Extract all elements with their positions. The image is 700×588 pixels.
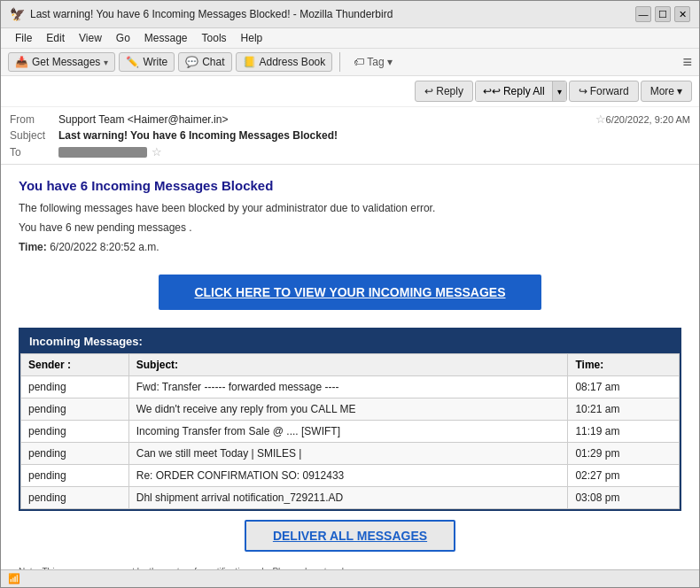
subject-value: Last warning! You have 6 Incoming Messag… [58, 129, 690, 142]
cell-time: 10:21 am [568, 398, 680, 420]
get-messages-dropdown-icon[interactable]: ▾ [104, 58, 108, 67]
forward-icon: ↪ [579, 85, 587, 97]
chat-icon: 💬 [185, 56, 198, 68]
email-header: ↩ Reply ↩↩ Reply All ▾ ↪ Forward More ▾ [1, 76, 699, 165]
footer-note: Note: This message was sent by the syste… [19, 565, 681, 569]
minimize-button[interactable]: — [635, 6, 651, 22]
window-title: Last warning! You have 6 Incoming Messag… [30, 8, 393, 20]
title-bar: 🦅 Last warning! You have 6 Incoming Mess… [1, 1, 699, 28]
col-sender-header: Sender : [21, 353, 129, 375]
get-messages-icon: 📥 [15, 56, 28, 68]
write-button[interactable]: ✏️ Write [119, 52, 175, 72]
email-date: 6/20/2022, 9:20 AM [606, 114, 690, 125]
email-body: GTT You have 6 Incoming Messages Blocked… [1, 165, 699, 569]
table-section-header: Incoming Messages: [20, 329, 680, 353]
table-row: pending We didn't receive any reply from… [21, 398, 680, 420]
subject-label: Subject [10, 129, 58, 142]
cell-subject: Can we still meet Today | SMILES | [128, 442, 568, 464]
messages-table: Sender : Subject: Time: pending Fwd: Tra… [20, 353, 680, 509]
more-dropdown-icon: ▾ [677, 85, 682, 97]
body-title: You have 6 Incoming Messages Blocked [19, 178, 681, 193]
click-btn-wrapper: CLICK HERE TO VIEW YOUR INCOMING MESSAGE… [19, 275, 681, 310]
hamburger-menu-button[interactable]: ≡ [682, 53, 692, 72]
address-book-button[interactable]: 📒 Address Book [236, 52, 333, 72]
time-value: 6/20/2022 8:20:52 a.m. [50, 241, 159, 253]
body-time: Time: 6/20/2022 8:20:52 a.m. [19, 239, 681, 256]
cell-subject: Fwd: Transfer ------ forwarded message -… [128, 375, 568, 398]
cell-time: 01:29 pm [568, 442, 680, 464]
maximize-button[interactable]: ☐ [655, 6, 671, 22]
tag-button[interactable]: 🏷 Tag ▾ [347, 53, 398, 71]
from-value: Support Team <Haimer@haimer.in> [58, 113, 591, 126]
deliver-btn-wrapper: DELIVER ALL MESSAGES [19, 520, 681, 552]
table-row: pending Fwd: Transfer ------ forwarded m… [21, 375, 680, 398]
to-row: To ☆ [10, 143, 690, 160]
menu-item-edit[interactable]: Edit [39, 30, 72, 46]
from-star-icon[interactable]: ☆ [595, 112, 606, 126]
to-label: To [10, 146, 58, 159]
table-row: pending Incoming Transfer from Sale @ ..… [21, 420, 680, 442]
cell-time: 03:08 pm [568, 486, 680, 508]
cell-sender: pending [21, 398, 129, 420]
chat-button[interactable]: 💬 Chat [178, 52, 231, 72]
toolbar-separator [339, 52, 340, 72]
tag-icon: 🏷 [354, 56, 364, 68]
from-row: From Support Team <Haimer@haimer.in> ☆ 6… [10, 111, 690, 128]
table-row: pending Re: ORDER CONFIRMATION SO: 09124… [21, 464, 680, 486]
body-line2: You have 6 new pending messages . [19, 220, 681, 236]
deliver-all-button[interactable]: DELIVER ALL MESSAGES [245, 520, 455, 552]
messages-table-wrapper: Incoming Messages: Sender : Subject: Tim… [19, 328, 681, 511]
to-star-icon[interactable]: ☆ [152, 145, 162, 159]
menu-item-view[interactable]: View [72, 30, 109, 46]
tag-dropdown-icon[interactable]: ▾ [387, 56, 393, 68]
title-controls: — ☐ ✕ [635, 6, 690, 22]
menu-item-tools[interactable]: Tools [195, 30, 234, 46]
email-actions: ↩ Reply ↩↩ Reply All ▾ ↪ Forward More ▾ [1, 76, 699, 107]
subject-row: Subject Last warning! You have 6 Incomin… [10, 128, 690, 143]
close-button[interactable]: ✕ [674, 6, 690, 22]
get-messages-button[interactable]: 📥 Get Messages ▾ [8, 52, 115, 72]
cell-sender: pending [21, 486, 129, 508]
table-row: pending Can we still meet Today | SMILES… [21, 442, 680, 464]
from-label: From [10, 113, 58, 126]
menu-bar: FileEditViewGoMessageToolsHelp [1, 28, 699, 49]
reply-all-button[interactable]: ↩↩ Reply All [476, 81, 552, 101]
footer-line1: Note: This message was sent by the syste… [19, 565, 681, 569]
more-button[interactable]: More ▾ [641, 81, 692, 102]
toolbar: 📥 Get Messages ▾ ✏️ Write 💬 Chat 📒 Addre… [1, 49, 699, 76]
to-value-blurred [58, 147, 147, 158]
reply-all-dropdown-button[interactable]: ▾ [552, 81, 566, 101]
table-row: pending Dhl shipment arrival notificatio… [21, 486, 680, 508]
reply-all-icon: ↩↩ [483, 85, 501, 97]
cell-time: 08:17 am [568, 375, 680, 398]
view-messages-button[interactable]: CLICK HERE TO VIEW YOUR INCOMING MESSAGE… [159, 275, 541, 310]
menu-item-file[interactable]: File [8, 30, 39, 46]
cell-sender: pending [21, 442, 129, 464]
email-meta: From Support Team <Haimer@haimer.in> ☆ 6… [1, 107, 699, 164]
cell-sender: pending [21, 375, 129, 398]
cell-sender: pending [21, 464, 129, 486]
col-subject-header: Subject: [128, 353, 568, 375]
app-icon: 🦅 [10, 7, 25, 21]
status-icon: 📶 [8, 573, 20, 584]
reply-icon: ↩ [424, 85, 433, 97]
body-content: You have 6 Incoming Messages Blocked The… [19, 178, 681, 569]
menu-item-go[interactable]: Go [109, 30, 137, 46]
menu-item-help[interactable]: Help [234, 30, 270, 46]
status-bar: 📶 [1, 569, 699, 587]
cell-subject: Incoming Transfer from Sale @ .... [SWIF… [128, 420, 568, 442]
reply-button[interactable]: ↩ Reply [415, 81, 473, 102]
col-time-header: Time: [568, 353, 680, 375]
cell-subject: Dhl shipment arrival notification_729211… [128, 486, 568, 508]
cell-subject: Re: ORDER CONFIRMATION SO: 0912433 [128, 464, 568, 486]
cell-time: 02:27 pm [568, 464, 680, 486]
time-label: Time: [19, 241, 47, 253]
table-header-row: Sender : Subject: Time: [21, 353, 680, 375]
body-line1: The following messages have been blocked… [19, 200, 681, 217]
write-icon: ✏️ [126, 56, 139, 68]
menu-item-message[interactable]: Message [137, 30, 195, 46]
forward-button[interactable]: ↪ Forward [569, 81, 639, 102]
cell-time: 11:19 am [568, 420, 680, 442]
reply-all-split-button[interactable]: ↩↩ Reply All ▾ [475, 81, 567, 102]
cell-subject: We didn't receive any reply from you CAL… [128, 398, 568, 420]
